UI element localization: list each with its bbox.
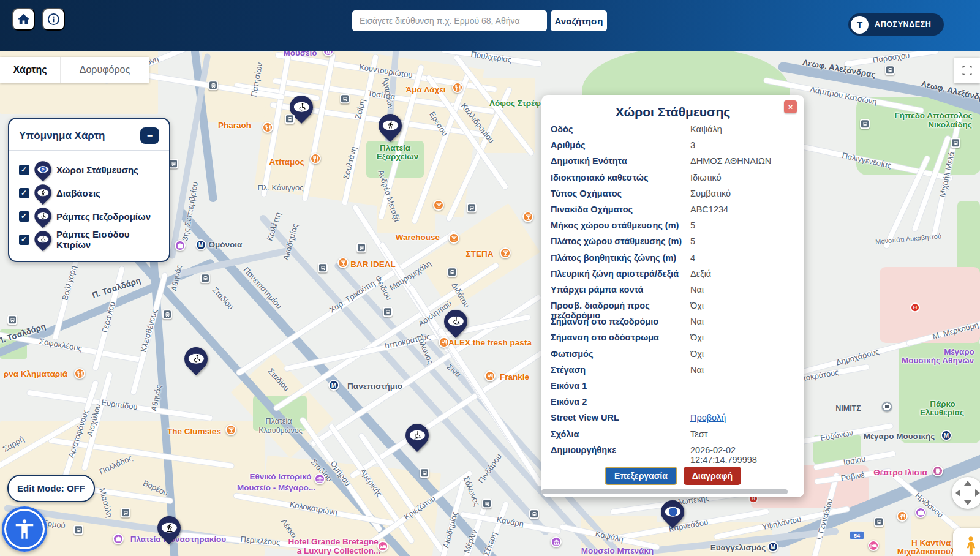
field-label: Στέγαση <box>551 365 690 375</box>
map-marker-museum[interactable]: M H <box>314 473 325 484</box>
map-marker-bus[interactable]: M H <box>874 517 884 527</box>
pan-down-icon <box>964 500 971 505</box>
logout-button[interactable]: T ΑΠΟΣΥΝΔΕΣΗ <box>848 13 944 36</box>
map-label: Παρασχου <box>872 50 910 64</box>
map-marker-crossing[interactable]: M H <box>379 114 402 137</box>
map-marker-hotel[interactable]: M H <box>868 540 879 551</box>
fullscreen-button[interactable] <box>954 58 980 83</box>
map-marker-museum[interactable]: M H <box>551 536 562 547</box>
map-marker-bus[interactable]: M H <box>447 267 457 277</box>
map-marker-metro[interactable]: M H <box>941 430 952 441</box>
field-value: Ναι <box>690 365 704 375</box>
map-marker-bus[interactable]: M H <box>121 508 130 517</box>
close-button[interactable]: × <box>784 100 797 113</box>
map-marker-parking[interactable]: M H <box>661 500 684 524</box>
field-value: Όχι <box>690 332 704 342</box>
popup-row: Υπάρχει ράμπα κοντά Ναι <box>551 285 795 301</box>
delete-button[interactable]: Διαγραφή <box>684 467 741 485</box>
tab-map[interactable]: Χάρτης <box>0 57 60 83</box>
map-marker-ramp[interactable]: M H <box>184 347 208 370</box>
map-marker-camera[interactable]: M H <box>113 533 124 544</box>
map-marker-bus[interactable]: M H <box>383 307 393 317</box>
map-pin-icon <box>656 495 689 528</box>
map-marker-bus[interactable]: M H <box>340 94 350 103</box>
map-marker-metro[interactable]: M H <box>195 239 206 250</box>
legend-checkbox[interactable] <box>19 235 29 245</box>
legend-checkbox[interactable] <box>19 188 29 198</box>
legend-item-crossing[interactable]: P Διαβάσεις <box>19 181 159 205</box>
map-marker-restaurant[interactable]: M H <box>439 337 450 348</box>
search-input[interactable] <box>352 10 547 31</box>
map-marker-bus[interactable]: M H <box>420 468 429 478</box>
bar-icon <box>500 247 511 258</box>
home-button[interactable] <box>12 8 35 31</box>
tab-satellite[interactable]: Δορυφόρος <box>60 57 149 83</box>
legend-checkbox[interactable] <box>19 165 29 175</box>
map-marker-bar[interactable]: M H <box>522 211 533 222</box>
wheelchair-ramp-icon <box>40 236 47 243</box>
pan-control[interactable] <box>952 477 980 509</box>
accessibility-button[interactable] <box>2 506 47 552</box>
map-marker-bus[interactable]: M H <box>482 498 492 508</box>
popup-row: Ιδιοκτησιακό καθεστώς Ιδιωτικό <box>551 173 795 189</box>
map-marker-bramp[interactable]: M H <box>444 310 467 333</box>
legend-item-parking[interactable]: P Χώροι Στάθμευσης <box>19 158 159 181</box>
legend-item-bramp[interactable]: P Ράμπες Εισόδου Κτιρίων <box>19 228 159 251</box>
map-marker-bus[interactable]: M H <box>318 263 328 272</box>
map-marker-bus[interactable]: M H <box>529 509 539 519</box>
map-marker-restaurant[interactable]: M H <box>262 122 273 133</box>
map-marker-restaurant[interactable]: M H <box>452 82 463 93</box>
map-marker-bus[interactable]: M H <box>356 242 366 252</box>
map-marker-bar[interactable]: M H <box>337 257 349 268</box>
map-marker-bus[interactable]: M H <box>162 309 172 319</box>
map-marker-metro[interactable]: M H <box>328 380 339 391</box>
map-marker-nimits[interactable]: M H <box>882 402 892 412</box>
legend-item-ramp[interactable]: P Ράμπες Πεζοδρομίων <box>19 205 159 228</box>
map-marker-bus[interactable]: M H <box>467 203 477 212</box>
field-value[interactable]: Προβολή <box>690 413 726 423</box>
legend-panel: Υπόμνημα Χάρτη − P Χώροι Στάθμευσης <box>8 118 170 262</box>
map-marker-restaurant[interactable]: M H <box>310 153 321 164</box>
pegman-control[interactable] <box>953 528 980 556</box>
map-marker-bar[interactable]: M H <box>225 424 236 435</box>
parking-info-popup: × Χώροι Στάθμευσης Οδός Καψάλη Αριθμός 3… <box>541 95 804 497</box>
map-marker-bar[interactable]: M H <box>500 247 511 258</box>
field-value: Όχι <box>690 349 704 359</box>
hospital-icon: H <box>910 302 920 312</box>
map-marker-bus[interactable]: M H <box>7 315 17 325</box>
map-marker-restaurant[interactable]: M H <box>484 370 496 381</box>
field-label: Πλάτος χώρου στάθμευσης (m) <box>551 236 690 246</box>
map-marker-bus[interactable]: M H <box>208 80 218 90</box>
map-label: Μέγαρο Μουσικής <box>864 432 935 441</box>
map-marker-hotel[interactable]: M H <box>377 541 388 552</box>
map-marker-crossing[interactable]: M H <box>157 516 181 539</box>
map-marker-hospital[interactable]: M H <box>910 302 920 312</box>
map-marker-bus[interactable]: M H <box>951 138 960 148</box>
map-marker-shield[interactable]: M H 54 <box>850 531 864 540</box>
map-label: Βούλγαρη <box>60 265 78 301</box>
map-marker-metro[interactable]: M H <box>767 541 778 552</box>
home-icon <box>17 12 31 26</box>
edit-mode-button[interactable]: Edit Mode: OFF <box>7 475 95 502</box>
edit-button[interactable]: Επεξεργασία <box>605 467 677 485</box>
legend-checkbox[interactable] <box>19 211 29 222</box>
map-marker-camera[interactable]: M H <box>175 240 186 251</box>
map-label: Πουλχερίας <box>470 50 512 64</box>
map-marker-bus[interactable]: M H <box>885 65 895 75</box>
popup-scrollbar[interactable] <box>541 489 788 494</box>
map-marker-bus[interactable]: M H <box>200 273 210 283</box>
map-marker-restaurant[interactable]: M H <box>74 368 85 379</box>
map-marker-camera[interactable]: M H <box>915 507 926 518</box>
legend-collapse-button[interactable]: − <box>140 127 159 144</box>
map-marker-bus[interactable]: M H <box>860 119 870 129</box>
map-marker-restaurant[interactable]: M H <box>897 511 908 522</box>
search-button[interactable]: Αναζήτηση <box>551 10 607 31</box>
map-marker-bramp[interactable]: M H <box>405 424 429 447</box>
map-marker-bar[interactable]: M H <box>433 200 444 211</box>
map-marker-bar[interactable]: M H <box>448 233 459 244</box>
map-marker-theater[interactable]: M H <box>932 465 943 476</box>
map-marker-bus[interactable]: M H <box>74 525 83 535</box>
pan-right-icon <box>975 489 980 497</box>
info-button[interactable] <box>42 8 65 31</box>
map-marker-bus[interactable]: M H <box>285 114 295 124</box>
